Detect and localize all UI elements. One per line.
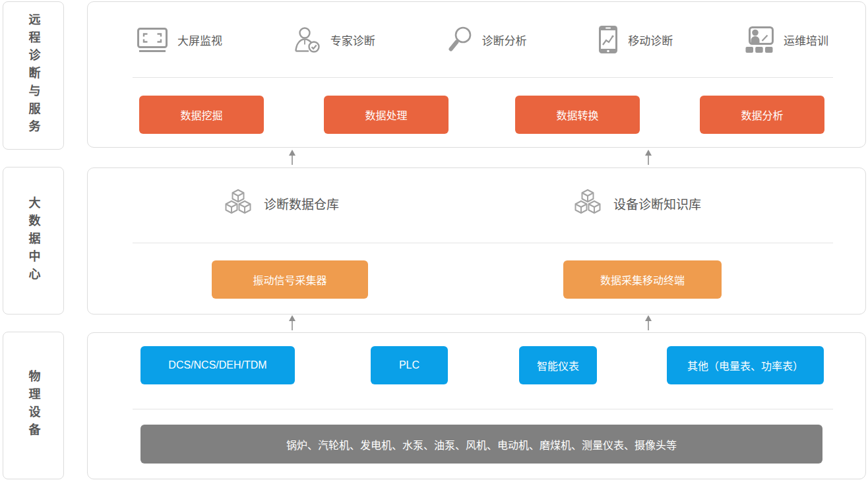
store-item: 设备诊断知识库 <box>573 187 701 220</box>
node-plc-button[interactable]: PLC <box>371 346 448 384</box>
service-item: 诊断分析 <box>447 26 527 53</box>
node-vibration-collector-button[interactable]: 振动信号采集器 <box>212 260 368 299</box>
screen-monitor-icon <box>137 28 168 52</box>
service-item: 移动诊断 <box>598 25 673 54</box>
node-dcs-ncs-deh-tdm-button[interactable]: DCS/NCS/DEH/TDM <box>140 346 295 384</box>
layer-box-physical-devices: 物理设备 <box>3 332 64 479</box>
node-data-transform-button[interactable]: 数据转换 <box>515 96 640 134</box>
panel-physical-devices: DCS/NCS/DEH/TDM PLC 智能仪表 其他（电量表、功率表） 锅炉、… <box>87 332 866 479</box>
services-row: 大屏监视 专家诊断 <box>137 16 828 63</box>
up-arrow-icon <box>644 315 653 331</box>
layer-label: 物理设备 <box>28 370 40 441</box>
service-item: 大屏监视 <box>137 28 222 52</box>
node-smart-meter-button[interactable]: 智能仪表 <box>519 346 597 384</box>
node-data-processing-button[interactable]: 数据处理 <box>324 96 449 134</box>
devices-bar: 锅炉、汽轮机、发电机、水泵、油泵、风机、电动机、磨煤机、测量仪表、摄像头等 <box>140 425 822 464</box>
service-label: 移动诊断 <box>628 32 673 48</box>
service-item: 运维培训 <box>745 26 828 53</box>
divider <box>133 409 833 409</box>
service-label: 运维培训 <box>784 32 828 48</box>
cubes-icon <box>223 188 253 218</box>
layer-box-big-data-center: 大数据中心 <box>3 167 64 315</box>
up-arrow-icon <box>288 150 297 165</box>
magnifier-icon <box>447 26 472 53</box>
panel-big-data-center: 诊断数据仓库 设备诊断知识库 振动信号采集器 数据采集移动终端 <box>87 167 866 315</box>
cubes-icon <box>573 188 603 218</box>
mobile-chart-icon <box>598 25 618 54</box>
store-label: 设备诊断知识库 <box>613 195 701 212</box>
up-arrow-icon <box>288 315 297 331</box>
service-label: 大屏监视 <box>177 32 222 48</box>
divider <box>133 243 833 243</box>
service-label: 专家诊断 <box>330 32 375 48</box>
store-item: 诊断数据仓库 <box>223 187 339 220</box>
panel-remote-diagnosis-service: 大屏监视 专家诊断 <box>87 1 866 148</box>
store-label: 诊断数据仓库 <box>264 195 339 212</box>
node-other-meters-button[interactable]: 其他（电量表、功率表） <box>667 346 824 384</box>
layer-label: 远程诊断与服务 <box>28 13 40 138</box>
layer-box-remote-diagnosis: 远程诊断与服务 <box>3 1 64 150</box>
service-label: 诊断分析 <box>482 32 527 48</box>
training-icon <box>745 26 774 53</box>
architecture-diagram: 远程诊断与服务 大数据中心 物理设备 大屏监视 <box>0 0 868 480</box>
node-data-mining-button[interactable]: 数据挖掘 <box>139 96 264 134</box>
service-item: 专家诊断 <box>294 26 375 53</box>
divider <box>133 77 833 78</box>
expert-check-icon <box>294 26 321 53</box>
node-mobile-data-terminal-button[interactable]: 数据采集移动终端 <box>563 260 722 299</box>
layer-label: 大数据中心 <box>28 196 40 285</box>
up-arrow-icon <box>644 150 653 165</box>
node-data-analysis-button[interactable]: 数据分析 <box>700 96 824 134</box>
